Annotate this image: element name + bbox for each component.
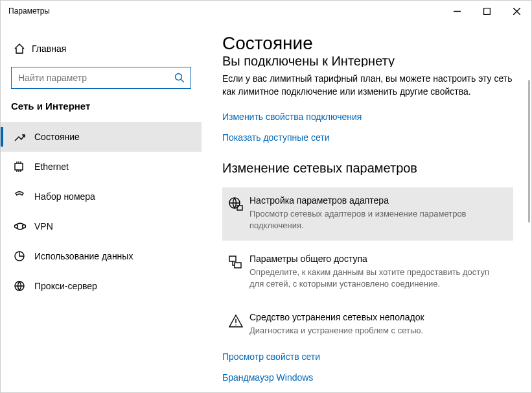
option-sharing-settings[interactable]: Параметры общего доступа Определите, к к… bbox=[222, 246, 513, 299]
link-change-connection-properties[interactable]: Изменить свойства подключения bbox=[222, 112, 513, 122]
sidebar-item-vpn[interactable]: VPN bbox=[1, 211, 202, 241]
minimize-icon bbox=[454, 8, 461, 15]
search-icon bbox=[168, 73, 191, 83]
minimize-button[interactable] bbox=[442, 1, 472, 21]
maximize-icon bbox=[483, 8, 491, 15]
sidebar-section-label: Сеть и Интернет bbox=[1, 101, 202, 112]
sidebar-item-datausage[interactable]: Использование данных bbox=[1, 241, 202, 271]
option-text: Настройка параметров адаптера Просмотр с… bbox=[249, 195, 505, 232]
option-text: Параметры общего доступа Определите, к к… bbox=[249, 254, 505, 290]
link-windows-firewall[interactable]: Брандмауэр Windows bbox=[222, 372, 513, 383]
option-desc: Диагностика и устранение проблем с сетью… bbox=[249, 325, 424, 337]
data-usage-icon bbox=[14, 250, 34, 262]
home-label: Главная bbox=[32, 43, 66, 54]
link-show-available-networks[interactable]: Показать доступные сети bbox=[222, 132, 513, 143]
window-title: Параметры bbox=[1, 6, 50, 16]
body: Главная Сеть и Интернет Состояние Et bbox=[1, 21, 531, 392]
titlebar: Параметры bbox=[1, 1, 531, 21]
svg-rect-8 bbox=[237, 206, 242, 210]
sidebar-item-proxy[interactable]: Прокси-сервер bbox=[1, 271, 202, 301]
sharing-icon bbox=[222, 254, 249, 290]
option-title: Настройка параметров адаптера bbox=[249, 195, 505, 206]
globe-network-icon bbox=[222, 195, 249, 232]
sidebar-item-ethernet[interactable]: Ethernet bbox=[1, 152, 202, 182]
svg-rect-9 bbox=[229, 256, 236, 261]
option-troubleshooter[interactable]: Средство устранения сетевых неполадок Ди… bbox=[222, 304, 513, 346]
option-text: Средство устранения сетевых неполадок Ди… bbox=[249, 312, 424, 337]
home-icon bbox=[14, 43, 32, 54]
status-description: Если у вас лимитный тарифный план, вы мо… bbox=[222, 72, 513, 99]
sidebar-item-label: Ethernet bbox=[34, 161, 69, 172]
truncated-heading: Вы подключены к Интернету bbox=[222, 56, 513, 67]
home-button[interactable]: Главная bbox=[1, 36, 202, 62]
close-icon bbox=[513, 8, 520, 15]
scrollbar[interactable] bbox=[525, 80, 531, 392]
svg-rect-10 bbox=[235, 263, 241, 268]
sidebar-item-status[interactable]: Состояние bbox=[1, 122, 202, 152]
close-button[interactable] bbox=[502, 1, 531, 21]
sidebar: Главная Сеть и Интернет Состояние Et bbox=[1, 21, 202, 392]
maximize-button[interactable] bbox=[472, 1, 502, 21]
search-box[interactable] bbox=[11, 67, 191, 89]
main-panel: Состояние Вы подключены к Интернету Если… bbox=[202, 21, 531, 392]
sidebar-item-dialup[interactable]: Набор номера bbox=[1, 182, 202, 211]
status-icon bbox=[14, 131, 34, 143]
option-desc: Просмотр сетевых адаптеров и изменение п… bbox=[249, 208, 505, 232]
settings-window: Параметры Главная bbox=[0, 0, 532, 393]
link-network-properties[interactable]: Просмотр свойств сети bbox=[222, 351, 513, 362]
search-input[interactable] bbox=[12, 67, 168, 88]
main-content: Вы подключены к Интернету Если у вас лим… bbox=[222, 56, 531, 392]
ethernet-icon bbox=[14, 161, 34, 173]
scrollbar-thumb[interactable] bbox=[528, 80, 530, 222]
option-title: Средство устранения сетевых неполадок bbox=[249, 312, 424, 322]
svg-point-4 bbox=[23, 225, 26, 228]
option-title: Параметры общего доступа bbox=[249, 254, 505, 264]
sidebar-item-label: Состояние bbox=[34, 132, 80, 142]
sidebar-item-label: Использование данных bbox=[34, 251, 133, 261]
vpn-icon bbox=[14, 220, 34, 232]
dialup-icon bbox=[14, 191, 34, 202]
sidebar-item-label: VPN bbox=[34, 221, 53, 232]
svg-point-1 bbox=[176, 74, 182, 80]
proxy-icon bbox=[14, 280, 34, 292]
svg-rect-2 bbox=[15, 163, 23, 170]
warning-icon bbox=[222, 312, 249, 337]
window-controls bbox=[442, 1, 531, 21]
sidebar-item-label: Набор номера bbox=[34, 191, 95, 202]
svg-rect-0 bbox=[483, 8, 490, 14]
option-adapter-settings[interactable]: Настройка параметров адаптера Просмотр с… bbox=[222, 187, 513, 241]
section-heading-network-settings: Изменение сетевых параметров bbox=[222, 161, 513, 176]
sidebar-item-label: Прокси-сервер bbox=[34, 281, 97, 291]
page-title: Состояние bbox=[222, 33, 531, 54]
option-desc: Определите, к каким данным вы хотите пре… bbox=[249, 267, 505, 290]
svg-point-3 bbox=[15, 225, 18, 228]
